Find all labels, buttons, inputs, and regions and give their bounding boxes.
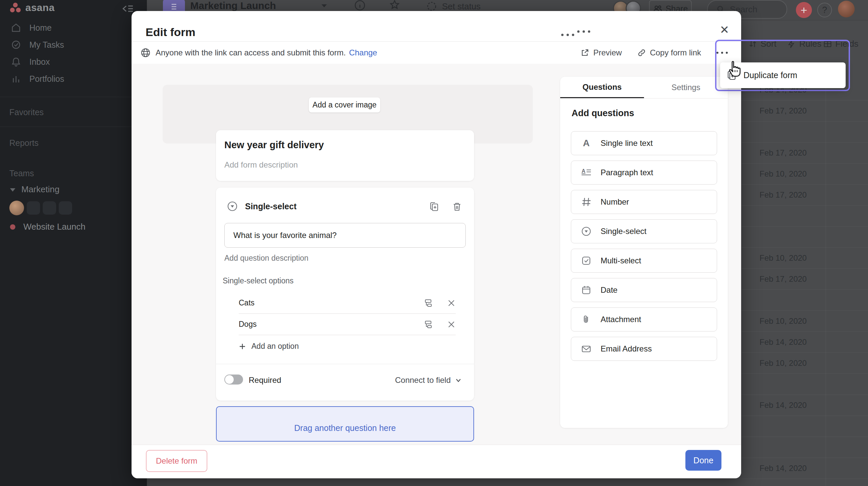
table-row [741, 290, 868, 311]
add-date-button[interactable]: Date [571, 278, 717, 302]
asana-logo-text: asana [25, 2, 55, 13]
tab-label: Questions [583, 83, 622, 92]
tab-label: Settings [671, 83, 701, 92]
question-text-input[interactable] [224, 223, 466, 248]
add-questions-heading: Add questions [571, 108, 634, 119]
question-type-button-label: Number [600, 197, 629, 206]
avatar-placeholder [59, 201, 72, 215]
overflow-dots-icon[interactable] [577, 30, 590, 33]
table-row: Feb 17, 2020 [741, 185, 868, 205]
table-row: Feb 10, 2020 [741, 248, 868, 269]
single-select-icon [581, 226, 592, 237]
sidebar-divider [0, 127, 147, 127]
question-type-button-label: Multi-select [600, 256, 641, 265]
sidebar-section-reports[interactable]: Reports [9, 138, 39, 148]
option-row-cats[interactable]: Cats [239, 292, 456, 314]
add-cover-image-button[interactable]: Add a cover image [309, 97, 380, 112]
done-button[interactable]: Done [685, 450, 721, 471]
drag-question-dropzone[interactable]: Drag another question here [216, 406, 474, 442]
due-date-cell: Feb 10, 2020 [760, 358, 807, 368]
panel-tabs: Questions Settings [560, 77, 728, 98]
add-number-button[interactable]: Number [571, 190, 717, 214]
table-row: Feb 14, 2020 [741, 458, 868, 479]
add-cover-image-label: Add a cover image [312, 100, 377, 109]
table-row [741, 374, 868, 395]
star-icon[interactable] [388, 0, 401, 11]
attachment-icon [581, 314, 592, 325]
branch-option-icon[interactable] [423, 298, 433, 308]
connect-to-field-dropdown[interactable]: Connect to field [395, 376, 462, 385]
table-row: Feb 17, 2020 [741, 142, 868, 164]
option-row-dogs[interactable]: Dogs [239, 314, 456, 335]
external-link-icon [581, 48, 589, 57]
modal-title: Edit form [146, 26, 195, 39]
change-access-link[interactable]: Change [349, 48, 377, 57]
add-email-address-button[interactable]: Email Address [571, 337, 717, 361]
add-single-line-text-button[interactable]: A Single line text [571, 131, 717, 155]
sidebar-section-teams: Teams [9, 168, 34, 178]
due-date-cell: Feb 17, 2020 [760, 190, 807, 200]
add-attachment-button[interactable]: Attachment [571, 307, 717, 331]
remove-option-icon[interactable] [447, 299, 456, 307]
duplicate-question-icon[interactable] [429, 201, 440, 212]
remove-option-icon[interactable] [447, 320, 456, 329]
table-row [741, 437, 868, 458]
question-description-placeholder[interactable]: Add question description [224, 254, 308, 263]
required-toggle[interactable] [224, 375, 243, 385]
copy-form-link-button[interactable]: Copy form link [637, 48, 701, 57]
avatar[interactable] [9, 201, 24, 215]
table-row: Feb 14, 2020 [741, 332, 868, 353]
set-status-button[interactable]: Set status [426, 1, 481, 12]
team-members-row [9, 201, 72, 215]
paragraph-text-icon: A [581, 167, 592, 178]
form-description-placeholder[interactable]: Add form description [224, 160, 298, 169]
table-row [741, 122, 868, 142]
close-glyph: ✕ [720, 23, 730, 36]
drag-handle-dots-icon[interactable] [561, 34, 574, 36]
add-option-button[interactable]: Add an option [239, 342, 299, 351]
sidebar-divider [0, 97, 147, 97]
delete-question-icon[interactable] [452, 201, 463, 212]
help-button[interactable]: ? [817, 3, 832, 18]
question-actions [429, 201, 463, 212]
delete-form-button[interactable]: Delete form [146, 450, 207, 472]
table-row: Feb 10, 2020 [741, 311, 868, 332]
sidebar-team-marketing[interactable]: Marketing [9, 184, 59, 195]
bar-chart-icon [11, 73, 21, 84]
add-multi-select-button[interactable]: Multi-select [571, 249, 717, 273]
sidebar-project-website-launch[interactable]: Website Launch [10, 222, 86, 232]
sidebar-item-home[interactable]: Home [0, 19, 147, 36]
sidebar-item-portfolios[interactable]: Portfolios [0, 70, 147, 87]
due-date-cell: Feb 10, 2020 [760, 169, 807, 179]
sidebar-item-inbox[interactable]: Inbox [0, 54, 147, 70]
branch-option-icon[interactable] [423, 319, 433, 329]
form-title[interactable]: New year gift delivery [224, 139, 324, 151]
form-title-card: New year gift delivery Add form descript… [216, 130, 474, 181]
access-notice: Anyone with the link can access and subm… [156, 48, 346, 57]
add-single-select-button[interactable]: Single-select [571, 219, 717, 243]
table-row [741, 227, 868, 248]
sidebar-item-my-tasks[interactable]: My Tasks [0, 36, 147, 53]
sidebar-item-label: Portfolios [29, 74, 64, 84]
preview-label: Preview [593, 48, 622, 57]
create-button[interactable]: + [796, 2, 812, 18]
preview-button[interactable]: Preview [581, 48, 622, 57]
tab-questions[interactable]: Questions [560, 77, 644, 98]
add-paragraph-text-button[interactable]: A Paragraph text [571, 161, 717, 185]
caret-down-icon[interactable] [320, 3, 328, 9]
close-icon[interactable]: ✕ [716, 22, 733, 38]
help-label: ? [822, 5, 827, 15]
user-avatar[interactable] [838, 1, 855, 18]
avatar-placeholder [43, 201, 56, 215]
hand-cursor-icon [726, 61, 742, 78]
sidebar-section-favorites[interactable]: Favorites [9, 107, 44, 117]
info-icon[interactable] [353, 0, 367, 11]
multi-select-icon [581, 255, 592, 266]
home-icon [11, 22, 21, 33]
add-option-label: Add an option [251, 342, 299, 351]
project-color-dot [10, 224, 16, 230]
done-label: Done [693, 456, 713, 465]
page-title: Marketing Launch [190, 0, 276, 11]
required-label: Required [249, 376, 281, 385]
modal-body: Add a cover image New year gift delivery… [131, 64, 741, 445]
